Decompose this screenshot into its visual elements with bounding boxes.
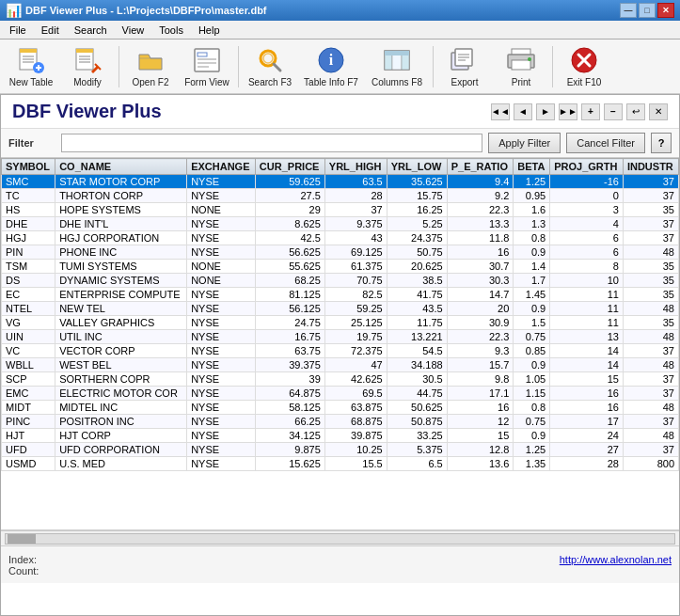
table-cell: 16 (550, 401, 624, 415)
table-cell: 11.8 (447, 231, 514, 245)
table-cell: 10.25 (324, 443, 387, 457)
hscroll-track[interactable] (5, 533, 675, 545)
table-row[interactable]: SMCSTAR MOTOR CORPNYSE59.62563.535.6259.… (2, 175, 679, 189)
table-cell: TC (2, 189, 55, 203)
nav-delete[interactable]: − (604, 103, 623, 120)
table-cell: 48 (623, 330, 678, 344)
table-info-label: Table Info F7 (304, 77, 358, 87)
table-cell: VG (2, 316, 55, 330)
col-co-name[interactable]: CO_NAME (55, 159, 187, 175)
open-button[interactable]: Open F2 (123, 42, 178, 91)
col-cur-price[interactable]: CUR_PRICE (255, 159, 324, 175)
table-row[interactable]: PINCPOSITRON INCNYSE66.2568.87550.875120… (2, 415, 679, 429)
close-button[interactable]: ✕ (657, 3, 674, 18)
modify-button[interactable]: Modify (60, 42, 115, 91)
menu-tools[interactable]: Tools (151, 21, 191, 39)
col-pe-ratio[interactable]: P_E_RATIO (447, 159, 514, 175)
table-cell: 48 (623, 358, 678, 372)
table-cell: 30.5 (387, 372, 447, 387)
menu-file[interactable]: File (2, 21, 34, 39)
new-table-button[interactable]: New Table (4, 42, 58, 91)
table-cell: 11 (550, 316, 624, 330)
minimize-button[interactable]: — (620, 3, 637, 18)
table-row[interactable]: HSHOPE SYSTEMSNONE293716.2522.31.6335 (2, 203, 679, 217)
menu-edit[interactable]: Edit (34, 21, 67, 39)
nav-first[interactable]: ◄◄ (491, 103, 510, 120)
table-cell: 1.6 (514, 203, 550, 217)
nav-add[interactable]: + (581, 103, 600, 120)
table-row[interactable]: TCTHORTON CORPNYSE27.52815.759.20.95037 (2, 189, 679, 203)
menu-help[interactable]: Help (191, 21, 228, 39)
table-cell: 37 (623, 415, 678, 429)
print-button[interactable]: Print (494, 42, 548, 91)
search-button[interactable]: Search F3 (243, 42, 297, 91)
table-cell: 63.875 (324, 401, 387, 415)
col-yrl-low[interactable]: YRL_LOW (387, 159, 447, 175)
table-row[interactable]: UINUTIL INCNYSE16.7519.7513.22122.30.751… (2, 330, 679, 344)
col-beta[interactable]: BETA (514, 159, 550, 175)
table-row[interactable]: HGJHGJ CORPORATIONNYSE42.54324.37511.80.… (2, 231, 679, 245)
maximize-button[interactable]: □ (639, 3, 656, 18)
nav-prev[interactable]: ◄ (514, 103, 532, 120)
table-row[interactable]: PINPHONE INCNYSE56.62569.12550.75160.964… (2, 245, 679, 260)
menu-view[interactable]: View (115, 21, 152, 39)
table-cell: 15.625 (255, 457, 324, 471)
table-row[interactable]: WBLLWEST BELNYSE39.3754734.18815.70.9144… (2, 358, 679, 372)
col-industr[interactable]: INDUSTR (623, 159, 678, 175)
table-cell: 0.85 (514, 344, 550, 358)
table-cell: 69.5 (324, 387, 387, 401)
table-cell: 68.875 (324, 415, 387, 429)
table-row[interactable]: SCPSORTHERN COPRNYSE3942.62530.59.81.051… (2, 372, 679, 387)
filter-help-button[interactable]: ? (651, 133, 672, 153)
horizontal-scrollbar[interactable] (1, 530, 679, 545)
website-link[interactable]: http://www.alexnolan.net (560, 554, 672, 565)
table-row[interactable]: MIDTMIDTEL INCNYSE58.12563.87550.625160.… (2, 401, 679, 415)
table-cell: 37 (623, 189, 678, 203)
apply-filter-button[interactable]: Apply Filter (488, 133, 561, 153)
columns-button[interactable]: Columns F8 (365, 42, 429, 91)
table-row[interactable]: EMCELECTRIC MOTOR CORNYSE64.87569.544.75… (2, 387, 679, 401)
table-cell: 15 (550, 372, 624, 387)
form-view-button[interactable]: Form View (180, 42, 234, 91)
nav-play[interactable]: ► (536, 103, 555, 120)
table-cell: 0.9 (514, 302, 550, 316)
nav-last[interactable]: ►► (559, 103, 577, 120)
cancel-filter-button[interactable]: Cancel Filter (566, 133, 645, 153)
table-row[interactable]: USMDU.S. MEDNYSE15.62515.56.513.61.35288… (2, 457, 679, 471)
hscroll-thumb[interactable] (8, 534, 36, 544)
table-cell: 16.75 (255, 330, 324, 344)
table-cell: 14.7 (447, 288, 514, 302)
col-proj-grth[interactable]: PROJ_GRTH (550, 159, 624, 175)
table-row[interactable]: NTELNEW TELNYSE56.12559.2543.5200.91148 (2, 302, 679, 316)
col-symbol[interactable]: SYMBOL (2, 159, 55, 175)
nav-undo[interactable]: ↩ (626, 103, 645, 120)
table-cell: DS (2, 274, 55, 288)
table-row[interactable]: HJTHJT CORPNYSE34.12539.87533.25150.9244… (2, 429, 679, 443)
table-cell: 48 (623, 302, 678, 316)
exit-button[interactable]: Exit F10 (557, 42, 611, 91)
data-table-container[interactable]: SYMBOL CO_NAME EXCHANGE CUR_PRICE YRL_HI… (1, 158, 679, 530)
col-exchange[interactable]: EXCHANGE (187, 159, 256, 175)
table-row[interactable]: UFDUFD CORPORATIONNYSE9.87510.255.37512.… (2, 443, 679, 457)
table-row[interactable]: VCVECTOR CORPNYSE63.7572.37554.59.30.851… (2, 344, 679, 358)
menu-search[interactable]: Search (67, 21, 115, 39)
count-label: Count: (8, 565, 39, 577)
table-row[interactable]: VGVALLEY GRAPHICSNYSE24.7525.12511.7530.… (2, 316, 679, 330)
nav-close[interactable]: ✕ (649, 103, 668, 120)
table-row[interactable]: DHEDHE INT'LNYSE8.6259.3755.2513.31.3437 (2, 217, 679, 231)
table-cell: PHONE INC (55, 245, 187, 260)
table-row[interactable]: ECENTERPRISE COMPUTENYSE81.12582.541.751… (2, 288, 679, 302)
table-cell: 0.75 (514, 415, 550, 429)
export-button[interactable]: Export (437, 42, 492, 91)
table-cell: STAR MOTOR CORP (55, 175, 187, 189)
table-cell: NYSE (187, 457, 256, 471)
table-row[interactable]: TSMTUMI SYSTEMSNONE55.62561.37520.62530.… (2, 260, 679, 274)
table-info-button[interactable]: i Table Info F7 (299, 42, 363, 91)
table-cell: 16 (447, 401, 514, 415)
col-yrl-high[interactable]: YRL_HIGH (324, 159, 387, 175)
table-cell: 35.625 (387, 175, 447, 189)
table-row[interactable]: DSDYNAMIC SYSTEMSNONE68.2570.7538.530.31… (2, 274, 679, 288)
table-cell: 48 (623, 401, 678, 415)
svg-rect-1 (20, 49, 37, 53)
filter-input[interactable] (61, 134, 482, 152)
